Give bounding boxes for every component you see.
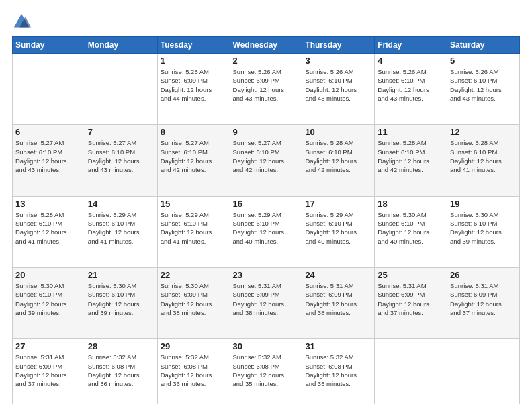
calendar-cell: 2Sunrise: 5:26 AM Sunset: 6:09 PM Daylig… (230, 54, 302, 125)
calendar-header-row: SundayMondayTuesdayWednesdayThursdayFrid… (13, 37, 520, 54)
day-info: Sunrise: 5:30 AM Sunset: 6:10 PM Dayligh… (378, 210, 444, 246)
col-header-sunday: Sunday (13, 37, 85, 54)
day-info: Sunrise: 5:31 AM Sunset: 6:09 PM Dayligh… (233, 281, 300, 317)
day-info: Sunrise: 5:26 AM Sunset: 6:10 PM Dayligh… (450, 67, 517, 103)
calendar-cell: 15Sunrise: 5:29 AM Sunset: 6:10 PM Dayli… (157, 196, 230, 267)
col-header-saturday: Saturday (447, 37, 520, 54)
day-number: 21 (88, 270, 154, 280)
calendar-week-4: 20Sunrise: 5:30 AM Sunset: 6:10 PM Dayli… (13, 267, 520, 338)
day-info: Sunrise: 5:30 AM Sunset: 6:09 PM Dayligh… (161, 281, 227, 317)
logo-icon (12, 12, 31, 31)
day-info: Sunrise: 5:28 AM Sunset: 6:10 PM Dayligh… (378, 138, 444, 174)
calendar-cell (375, 339, 447, 404)
calendar-cell: 9Sunrise: 5:27 AM Sunset: 6:10 PM Daylig… (230, 125, 302, 196)
calendar-cell: 18Sunrise: 5:30 AM Sunset: 6:10 PM Dayli… (375, 196, 447, 267)
day-number: 18 (378, 199, 444, 209)
day-info: Sunrise: 5:31 AM Sunset: 6:09 PM Dayligh… (378, 281, 444, 317)
calendar-table: SundayMondayTuesdayWednesdayThursdayFrid… (12, 36, 520, 404)
day-number: 29 (161, 341, 227, 351)
day-info: Sunrise: 5:28 AM Sunset: 6:10 PM Dayligh… (15, 210, 82, 246)
day-number: 30 (233, 341, 300, 351)
calendar-cell: 22Sunrise: 5:30 AM Sunset: 6:09 PM Dayli… (157, 267, 230, 338)
day-info: Sunrise: 5:29 AM Sunset: 6:10 PM Dayligh… (233, 210, 300, 246)
col-header-friday: Friday (375, 37, 447, 54)
day-info: Sunrise: 5:29 AM Sunset: 6:10 PM Dayligh… (161, 210, 227, 246)
calendar-cell: 4Sunrise: 5:26 AM Sunset: 6:10 PM Daylig… (375, 54, 447, 125)
day-number: 26 (450, 270, 517, 280)
day-info: Sunrise: 5:25 AM Sunset: 6:09 PM Dayligh… (161, 67, 227, 103)
header (12, 12, 520, 31)
day-number: 4 (378, 56, 444, 66)
day-info: Sunrise: 5:28 AM Sunset: 6:10 PM Dayligh… (305, 138, 371, 174)
day-info: Sunrise: 5:26 AM Sunset: 6:10 PM Dayligh… (378, 67, 444, 103)
day-info: Sunrise: 5:32 AM Sunset: 6:08 PM Dayligh… (161, 353, 227, 388)
calendar-cell: 25Sunrise: 5:31 AM Sunset: 6:09 PM Dayli… (375, 267, 447, 338)
calendar-cell: 13Sunrise: 5:28 AM Sunset: 6:10 PM Dayli… (13, 196, 85, 267)
day-number: 12 (450, 127, 517, 137)
day-info: Sunrise: 5:31 AM Sunset: 6:09 PM Dayligh… (450, 281, 517, 317)
day-number: 13 (15, 199, 82, 209)
day-number: 28 (88, 341, 154, 351)
calendar-cell: 5Sunrise: 5:26 AM Sunset: 6:10 PM Daylig… (447, 54, 520, 125)
day-info: Sunrise: 5:28 AM Sunset: 6:10 PM Dayligh… (450, 138, 517, 174)
logo (12, 12, 34, 31)
day-number: 3 (305, 56, 371, 66)
day-number: 2 (233, 56, 300, 66)
day-number: 6 (15, 127, 82, 137)
day-info: Sunrise: 5:32 AM Sunset: 6:08 PM Dayligh… (233, 353, 300, 388)
day-number: 7 (88, 127, 154, 137)
day-info: Sunrise: 5:30 AM Sunset: 6:10 PM Dayligh… (450, 210, 517, 246)
day-info: Sunrise: 5:31 AM Sunset: 6:09 PM Dayligh… (305, 281, 371, 317)
day-info: Sunrise: 5:27 AM Sunset: 6:10 PM Dayligh… (233, 138, 300, 174)
page: SundayMondayTuesdayWednesdayThursdayFrid… (0, 0, 532, 411)
day-number: 27 (15, 341, 82, 351)
day-number: 31 (305, 341, 371, 351)
calendar-cell: 30Sunrise: 5:32 AM Sunset: 6:08 PM Dayli… (230, 339, 302, 404)
calendar-week-5: 27Sunrise: 5:31 AM Sunset: 6:09 PM Dayli… (13, 339, 520, 404)
calendar-cell: 6Sunrise: 5:27 AM Sunset: 6:10 PM Daylig… (13, 125, 85, 196)
calendar-cell: 14Sunrise: 5:29 AM Sunset: 6:10 PM Dayli… (85, 196, 157, 267)
calendar-cell: 26Sunrise: 5:31 AM Sunset: 6:09 PM Dayli… (447, 267, 520, 338)
day-number: 9 (233, 127, 300, 137)
day-number: 11 (378, 127, 444, 137)
day-number: 17 (305, 199, 371, 209)
day-info: Sunrise: 5:27 AM Sunset: 6:10 PM Dayligh… (88, 138, 154, 174)
col-header-wednesday: Wednesday (230, 37, 302, 54)
day-number: 25 (378, 270, 444, 280)
calendar-cell: 17Sunrise: 5:29 AM Sunset: 6:10 PM Dayli… (302, 196, 375, 267)
day-info: Sunrise: 5:27 AM Sunset: 6:10 PM Dayligh… (15, 138, 82, 174)
day-number: 20 (15, 270, 82, 280)
day-number: 23 (233, 270, 300, 280)
calendar-week-1: 1Sunrise: 5:25 AM Sunset: 6:09 PM Daylig… (13, 54, 520, 125)
calendar-cell: 24Sunrise: 5:31 AM Sunset: 6:09 PM Dayli… (302, 267, 375, 338)
calendar-cell: 23Sunrise: 5:31 AM Sunset: 6:09 PM Dayli… (230, 267, 302, 338)
calendar-cell: 16Sunrise: 5:29 AM Sunset: 6:10 PM Dayli… (230, 196, 302, 267)
calendar-cell (447, 339, 520, 404)
day-info: Sunrise: 5:30 AM Sunset: 6:10 PM Dayligh… (15, 281, 82, 317)
calendar-week-3: 13Sunrise: 5:28 AM Sunset: 6:10 PM Dayli… (13, 196, 520, 267)
day-info: Sunrise: 5:26 AM Sunset: 6:10 PM Dayligh… (305, 67, 371, 103)
calendar-cell (85, 54, 157, 125)
day-info: Sunrise: 5:26 AM Sunset: 6:09 PM Dayligh… (233, 67, 300, 103)
calendar-cell: 12Sunrise: 5:28 AM Sunset: 6:10 PM Dayli… (447, 125, 520, 196)
calendar-cell: 7Sunrise: 5:27 AM Sunset: 6:10 PM Daylig… (85, 125, 157, 196)
day-info: Sunrise: 5:30 AM Sunset: 6:10 PM Dayligh… (88, 281, 154, 317)
day-info: Sunrise: 5:32 AM Sunset: 6:08 PM Dayligh… (305, 353, 371, 388)
calendar-cell: 10Sunrise: 5:28 AM Sunset: 6:10 PM Dayli… (302, 125, 375, 196)
day-number: 15 (161, 199, 227, 209)
calendar-cell: 21Sunrise: 5:30 AM Sunset: 6:10 PM Dayli… (85, 267, 157, 338)
day-number: 19 (450, 199, 517, 209)
day-number: 24 (305, 270, 371, 280)
day-info: Sunrise: 5:32 AM Sunset: 6:08 PM Dayligh… (88, 353, 154, 388)
calendar-cell: 19Sunrise: 5:30 AM Sunset: 6:10 PM Dayli… (447, 196, 520, 267)
calendar-cell: 11Sunrise: 5:28 AM Sunset: 6:10 PM Dayli… (375, 125, 447, 196)
day-number: 1 (161, 56, 227, 66)
calendar-cell: 8Sunrise: 5:27 AM Sunset: 6:10 PM Daylig… (157, 125, 230, 196)
day-number: 10 (305, 127, 371, 137)
calendar-cell: 3Sunrise: 5:26 AM Sunset: 6:10 PM Daylig… (302, 54, 375, 125)
day-number: 22 (161, 270, 227, 280)
day-number: 5 (450, 56, 517, 66)
calendar-cell (13, 54, 85, 125)
day-info: Sunrise: 5:27 AM Sunset: 6:10 PM Dayligh… (161, 138, 227, 174)
calendar-cell: 29Sunrise: 5:32 AM Sunset: 6:08 PM Dayli… (157, 339, 230, 404)
